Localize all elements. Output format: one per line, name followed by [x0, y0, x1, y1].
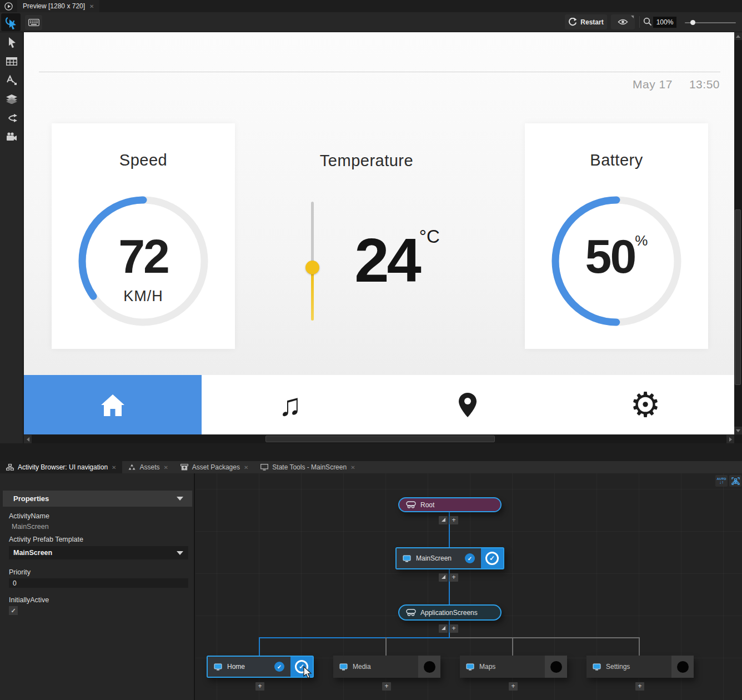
close-icon[interactable]: ✕ [89, 3, 94, 9]
node-applicationscreens[interactable]: ApplicationScreens [398, 604, 502, 621]
node-media[interactable]: Media [333, 656, 440, 678]
add-child-button[interactable]: + [635, 682, 644, 691]
add-child-button[interactable]: + [509, 682, 518, 691]
zoom-slider-thumb[interactable] [690, 20, 695, 25]
restart-label: Restart [580, 18, 603, 26]
camera-tool[interactable] [0, 129, 23, 144]
visibility-button[interactable] [611, 14, 635, 29]
tab-activity-browser[interactable]: Activity Browser: UI navigation ✕ [0, 461, 122, 473]
zoom-magnifier-icon [643, 17, 652, 28]
node-activation-cap[interactable]: ✓ [481, 548, 503, 568]
node-body: Settings [586, 656, 671, 678]
inactive-dot [677, 661, 689, 673]
battery-value: 50% [525, 232, 708, 280]
dashboard-nav: ♫ ⚙ [24, 375, 734, 434]
text-node-tool[interactable] [0, 72, 23, 88]
properties-header[interactable]: Properties [3, 491, 192, 507]
node-root[interactable]: Root [398, 497, 502, 512]
collapse-button[interactable] [439, 516, 448, 524]
tab-assets[interactable]: Assets ✕ [122, 461, 174, 473]
bus-line-right [450, 637, 640, 638]
activity-host-icon [406, 609, 416, 616]
node-settings[interactable]: Settings [586, 656, 694, 678]
table-icon [6, 57, 17, 66]
auto-arrows-icon: ↓↑ [719, 481, 724, 485]
music-note-icon: ♫ [279, 389, 302, 421]
initially-active-label: InitiallyActive [9, 596, 49, 604]
close-icon[interactable]: ✕ [163, 464, 168, 471]
layers-tool[interactable] [0, 91, 23, 107]
tab-label: Assets [139, 463, 159, 471]
add-child-button[interactable]: + [255, 682, 264, 691]
preview-tab[interactable]: Preview [1280 x 720] ✕ [17, 0, 99, 12]
prefab-template-dropdown[interactable]: MainScreen [9, 546, 188, 559]
priority-field[interactable]: 0 [9, 578, 188, 588]
node-label: Maps [479, 663, 539, 671]
add-child-button[interactable]: + [382, 682, 391, 691]
activation-check-icon: ✓ [485, 552, 499, 565]
scroll-right-button[interactable] [726, 435, 734, 443]
nav-home[interactable] [24, 375, 202, 434]
tab-asset-packages[interactable]: Asset Packages ✕ [174, 461, 254, 473]
restart-button[interactable]: Restart [565, 14, 607, 29]
initially-active-checkbox[interactable]: ✓ [9, 606, 18, 615]
scroll-down-button[interactable] [734, 427, 742, 434]
tab-state-tools[interactable]: State Tools - MainScreen ✕ [254, 461, 361, 473]
speed-card: Speed 72 KM/H [52, 123, 235, 349]
zoom-value-field[interactable]: 100% [653, 17, 676, 28]
fit-layout-button[interactable] [729, 475, 741, 487]
restart-icon [568, 18, 577, 27]
temperature-number: 24 [354, 226, 419, 295]
layers-icon [6, 94, 17, 104]
temperature-slider-knob[interactable] [305, 261, 319, 274]
battery-title: Battery [525, 151, 708, 169]
auto-layout-toggle[interactable]: AUTO ↓↑ [715, 475, 728, 487]
battery-number: 50 [585, 229, 635, 283]
eye-icon [618, 18, 628, 26]
close-icon[interactable]: ✕ [112, 464, 116, 471]
close-icon[interactable]: ✕ [350, 464, 355, 471]
add-child-button[interactable]: + [449, 573, 458, 582]
pointer-icon [7, 37, 17, 48]
vscroll-thumb[interactable] [735, 209, 741, 385]
preview-toolbar: Restart 100% [0, 12, 742, 32]
date-text: May 17 [633, 78, 673, 91]
nav-settings[interactable]: ⚙ [556, 375, 734, 434]
keyboard-tool-button[interactable] [25, 15, 42, 30]
temperature-slider[interactable] [305, 202, 319, 321]
collapse-button[interactable] [439, 624, 448, 633]
tab-label: Asset Packages [192, 463, 240, 471]
node-label: Home [227, 663, 269, 671]
transition-tool[interactable] [0, 110, 23, 126]
node-home[interactable]: Home ✓ ✓ [207, 656, 314, 678]
scroll-left-button[interactable] [24, 435, 32, 443]
preview-hscrollbar[interactable] [24, 435, 734, 443]
close-icon[interactable]: ✕ [244, 464, 248, 471]
nav-media[interactable]: ♫ [202, 375, 379, 434]
hscroll-thumb[interactable] [265, 436, 495, 442]
select-tool-button[interactable] [1, 13, 21, 31]
gear-icon: ⚙ [630, 388, 661, 422]
header-divider [39, 72, 720, 72]
node-body: Media [333, 656, 418, 678]
node-activation-cap[interactable] [671, 656, 694, 678]
stub-media [385, 637, 387, 656]
screen-icon [403, 555, 411, 562]
pointer-tool[interactable] [0, 34, 23, 50]
nav-maps[interactable] [379, 375, 557, 434]
add-child-button[interactable]: + [449, 624, 458, 633]
node-activation-cap[interactable] [545, 656, 567, 678]
node-mainscreen[interactable]: MainScreen ✓ ✓ [395, 547, 504, 569]
add-child-button[interactable]: + [449, 516, 458, 524]
temperature-unit: °C [419, 226, 440, 247]
chevron-down-icon [177, 497, 183, 501]
table-tool[interactable] [0, 53, 23, 69]
preview-vscrollbar[interactable] [734, 32, 742, 434]
text-node-icon [6, 75, 17, 85]
node-activation-cap[interactable] [418, 656, 440, 678]
node-body: Maps [460, 656, 545, 678]
scroll-up-button[interactable] [734, 32, 742, 40]
properties-panel: Properties ActivityName MainScreen Activ… [0, 473, 195, 700]
collapse-button[interactable] [439, 573, 448, 582]
node-maps[interactable]: Maps [460, 656, 567, 678]
